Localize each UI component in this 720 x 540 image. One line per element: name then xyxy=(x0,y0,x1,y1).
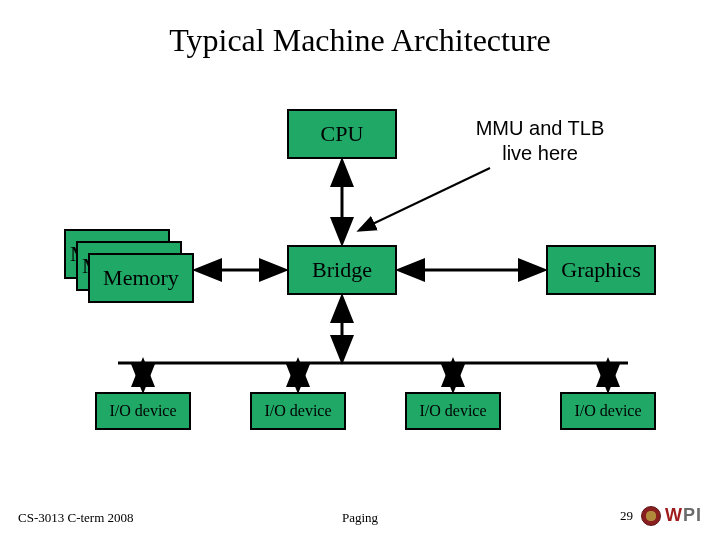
wpi-logo: WPI xyxy=(641,505,702,526)
io-device-2-label: I/O device xyxy=(264,402,331,420)
memory-label: Memory xyxy=(103,265,179,291)
bridge-box: Bridge xyxy=(287,245,397,295)
architecture-diagram: CPU MMU and TLB live here M M Memory Bri… xyxy=(0,0,720,540)
footer-topic: Paging xyxy=(0,510,720,526)
slide-number: 29 xyxy=(620,508,633,524)
io-device-3-label: I/O device xyxy=(419,402,486,420)
io-device-1-label: I/O device xyxy=(109,402,176,420)
graphics-box: Graphics xyxy=(546,245,656,295)
wpi-seal-icon xyxy=(641,506,661,526)
slide-footer: CS-3013 C-term 2008 Paging 29 WPI xyxy=(0,500,720,526)
bridge-label: Bridge xyxy=(312,257,372,283)
mmu-annotation-line2: live here xyxy=(502,142,578,164)
svg-line-11 xyxy=(360,168,490,230)
wpi-wordmark: WPI xyxy=(665,505,702,526)
footer-right-group: 29 WPI xyxy=(620,505,702,526)
cpu-label: CPU xyxy=(321,121,364,147)
io-device-4-box: I/O device xyxy=(560,392,656,430)
memory-box: Memory xyxy=(88,253,194,303)
io-device-1-box: I/O device xyxy=(95,392,191,430)
mmu-annotation: MMU and TLB live here xyxy=(450,116,630,166)
graphics-label: Graphics xyxy=(561,257,640,283)
cpu-box: CPU xyxy=(287,109,397,159)
mmu-annotation-line1: MMU and TLB xyxy=(476,117,605,139)
io-device-2-box: I/O device xyxy=(250,392,346,430)
io-device-3-box: I/O device xyxy=(405,392,501,430)
io-device-4-label: I/O device xyxy=(574,402,641,420)
